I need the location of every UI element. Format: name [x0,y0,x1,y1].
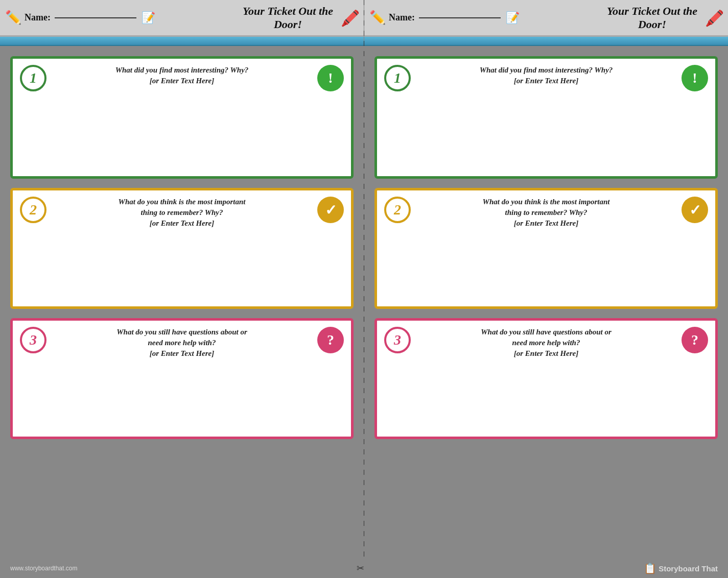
page-outer: ✏️ Name: 📝 Your Ticket Out the Door! 🖍️ [0,0,728,578]
left-num-2: 2 [20,197,46,223]
left-content: 1 What did you find most interesting? Wh… [0,46,364,559]
left-card-2-body [20,234,344,300]
right-card-3-body [384,364,708,430]
right-icon-2: ✓ [682,197,708,223]
crayon-box-left-icon: 🖍️ [341,9,360,27]
right-icon-1: ! [682,65,708,91]
right-panel: ✏️ Name: 📝 Your Ticket Out the Door! 🖍️ [364,0,728,559]
left-icon-3: ? [317,327,344,353]
full-footer: www.storyboardthat.com ✂ 📋 Storyboard Th… [0,559,728,578]
left-icon-1: ! [317,65,344,91]
name-label: Name: [25,12,136,23]
left-num-1: 1 [20,65,46,91]
crayon-box-right-icon: 🖍️ [705,9,724,27]
right-card-2: 2 What do you think is the most importan… [374,188,718,309]
left-card-1-header: 1 What did you find most interesting? Wh… [20,65,344,91]
left-card-3: 3 What do you still have questions about… [10,318,354,439]
left-icon-2: ✓ [317,197,344,223]
left-panel: ✏️ Name: 📝 Your Ticket Out the Door! 🖍️ [0,0,364,559]
left-card-2: 2 What do you think is the most importan… [10,188,354,309]
storyboard-brand: 📋 Storyboard That [644,562,718,574]
right-card-1-header: 1 What did you find most interesting? Wh… [384,65,708,91]
left-header: ✏️ Name: 📝 Your Ticket Out the Door! 🖍️ [0,0,364,37]
right-num-1: 1 [384,65,411,91]
right-card-1-question: What did you find most interesting? Why?… [411,65,682,86]
storyboard-logo-icon: 📋 [644,562,656,574]
right-card-3-question: What do you still have questions about o… [411,327,682,359]
left-card-1-question: What did you find most interesting? Why?… [46,65,317,86]
right-name-underline [419,17,501,18]
left-card-3-question: What do you still have questions about o… [46,327,317,359]
left-card-1: 1 What did you find most interesting? Wh… [10,56,354,179]
name-underline [55,17,136,18]
right-card-2-question: What do you think is the most important … [411,197,682,229]
center-dashed-divider [364,0,364,559]
right-header-title: Your Ticket Out the Door! [607,4,697,31]
right-blue-stripe [364,37,728,46]
right-icon-3: ? [682,327,708,353]
right-num-2: 2 [384,197,411,223]
right-num-3: 3 [384,327,411,353]
left-num-3: 3 [20,327,46,353]
scissors-icon: ✂ [357,563,364,574]
pencil-right-icon: 📝 [142,11,155,25]
pencil-left-icon: ✏️ [5,10,21,26]
right-header: ✏️ Name: 📝 Your Ticket Out the Door! 🖍️ [364,0,728,37]
right-card-3: 3 What do you still have questions about… [374,318,718,439]
right-card-2-body [384,234,708,300]
right-card-1: 1 What did you find most interesting? Wh… [374,56,718,179]
pencil-right-left-icon: ✏️ [369,10,386,26]
left-blue-stripe [0,37,364,46]
left-header-title: Your Ticket Out the Door! [243,4,333,31]
right-content: 1 What did you find most interesting? Wh… [364,46,728,559]
panels-container: ✏️ Name: 📝 Your Ticket Out the Door! 🖍️ [0,0,728,559]
pencil-right-right-icon: 📝 [506,11,520,25]
left-card-1-body [20,97,344,170]
right-card-1-body [384,97,708,170]
left-card-3-header: 3 What do you still have questions about… [20,327,344,359]
left-card-2-header: 2 What do you think is the most importan… [20,197,344,229]
left-card-3-body [20,364,344,430]
right-card-2-header: 2 What do you think is the most importan… [384,197,708,229]
footer-website: www.storyboardthat.com [10,565,77,572]
right-card-3-header: 3 What do you still have questions about… [384,327,708,359]
right-name-label: Name: [389,12,501,23]
left-card-2-question: What do you think is the most important … [46,197,317,229]
storyboard-brand-text: Storyboard That [659,564,718,573]
